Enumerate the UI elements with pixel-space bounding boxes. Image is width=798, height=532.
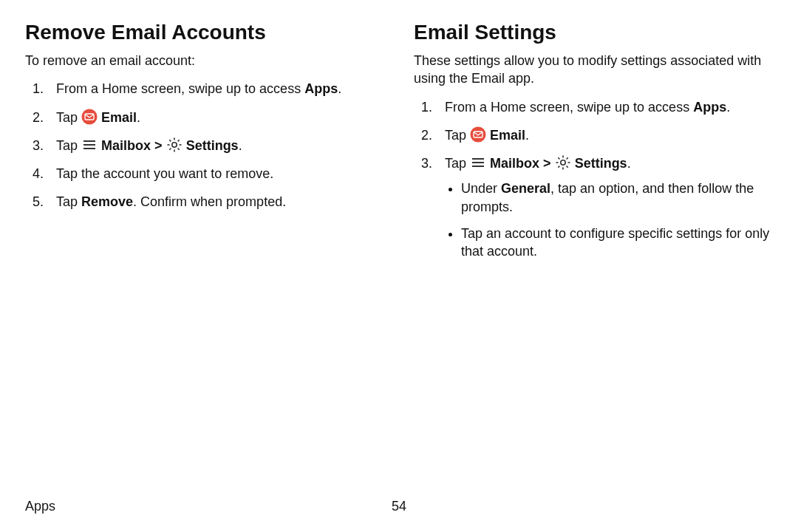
list-item: Tap an account to configure specific set… xyxy=(461,225,773,261)
gear-icon xyxy=(555,154,571,171)
svg-line-24 xyxy=(558,157,559,159)
left-intro: To remove an email account: xyxy=(25,52,384,69)
svg-point-19 xyxy=(560,160,565,165)
hamburger-icon xyxy=(81,137,98,153)
left-column: Remove Email Accounts To remove an email… xyxy=(25,21,384,271)
svg-point-14 xyxy=(471,126,486,142)
left-heading: Remove Email Accounts xyxy=(25,21,384,44)
list-item: From a Home screen, swipe up to access A… xyxy=(25,80,384,98)
list-item: Tap Mailbox > Settings. Under General, t… xyxy=(414,154,773,260)
svg-line-26 xyxy=(558,166,559,168)
email-icon xyxy=(81,109,98,125)
right-substeps: Under General, tap an option, and then f… xyxy=(445,180,773,260)
footer-section: Apps xyxy=(25,499,55,514)
svg-line-11 xyxy=(177,148,179,149)
list-item: Tap Email. xyxy=(25,109,384,126)
page-footer: Apps 54 xyxy=(25,499,773,514)
list-item: Tap Email. xyxy=(414,126,773,144)
hamburger-icon xyxy=(470,154,486,171)
list-item: Tap the account you want to remove. xyxy=(25,165,384,183)
list-item: Tap Remove. Confirm when prompted. xyxy=(25,193,384,211)
left-steps: From a Home screen, swipe up to access A… xyxy=(25,80,384,211)
right-column: Email Settings These settings allow you … xyxy=(414,21,773,271)
svg-line-27 xyxy=(566,157,567,159)
svg-point-5 xyxy=(171,143,176,147)
svg-point-0 xyxy=(82,109,98,124)
gear-icon xyxy=(166,137,183,153)
list-item: Tap Mailbox > Settings. xyxy=(25,137,384,154)
list-item: From a Home screen, swipe up to access A… xyxy=(414,98,773,116)
list-item: Under General, tap an option, and then f… xyxy=(461,180,773,216)
right-intro: These settings allow you to modify setti… xyxy=(414,52,773,88)
svg-line-12 xyxy=(169,148,171,149)
right-steps: From a Home screen, swipe up to access A… xyxy=(414,98,773,261)
svg-line-13 xyxy=(177,140,179,141)
email-icon xyxy=(470,126,486,143)
right-heading: Email Settings xyxy=(414,21,773,44)
svg-line-25 xyxy=(566,166,567,168)
page-number: 54 xyxy=(392,499,406,514)
svg-line-10 xyxy=(169,140,171,141)
